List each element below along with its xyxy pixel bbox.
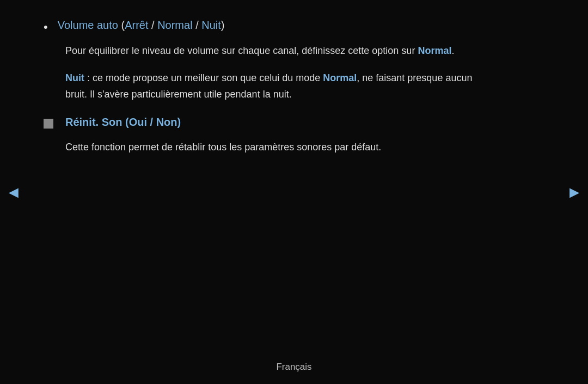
slash1: /	[148, 19, 157, 31]
paren-close: )	[221, 19, 225, 31]
nav-arrow-left[interactable]: ◄	[5, 179, 22, 205]
section1-desc1: Pour équilibrer le niveau de volume sur …	[65, 43, 490, 59]
bullet-square-2	[44, 119, 53, 129]
reinit-son-label: Réinit. Son	[65, 116, 122, 128]
nuit-label: Nuit	[201, 19, 221, 31]
section1-desc2: Nuit : ce mode propose un meilleur son q…	[65, 70, 490, 102]
slash2: /	[193, 19, 202, 31]
paren-open: (	[118, 19, 125, 31]
normal-label-title: Normal	[157, 19, 192, 31]
section2-header: Réinit. Son (Oui / Non)	[44, 113, 490, 131]
section1-title: Volume auto (Arrêt / Normal / Nuit)	[58, 16, 225, 34]
volume-auto-label: Volume auto	[58, 19, 118, 31]
section2-title: Réinit. Son (Oui / Non)	[65, 113, 181, 131]
bullet-dot-1: •	[44, 17, 48, 36]
section2-desc: Cette fonction permet de rétablir tous l…	[65, 139, 490, 156]
arret-label: Arrêt	[125, 19, 148, 31]
reinit-son-paren: (Oui / Non)	[122, 116, 181, 128]
footer-language: Français	[276, 359, 311, 374]
nav-arrow-right[interactable]: ►	[566, 179, 583, 205]
